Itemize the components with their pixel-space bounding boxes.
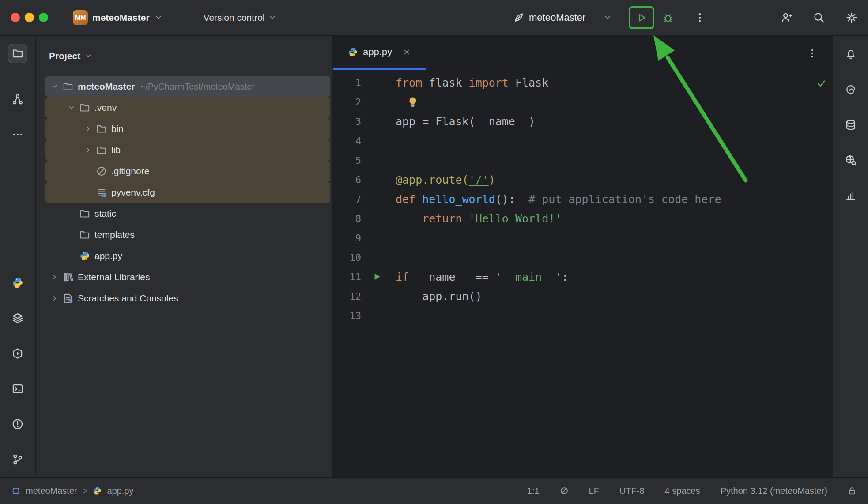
code-line-10[interactable]: 10 bbox=[333, 248, 833, 267]
line-number: 3 bbox=[333, 116, 361, 127]
python-icon bbox=[93, 486, 102, 495]
right-tool-strip bbox=[833, 36, 868, 477]
file-encoding[interactable]: UTF-8 bbox=[619, 486, 645, 496]
line-number: 11 bbox=[333, 271, 361, 282]
highlighting-level-icon[interactable] bbox=[560, 486, 569, 495]
more-actions-button[interactable] bbox=[694, 12, 706, 23]
tree-item-bin[interactable]: bin bbox=[45, 118, 330, 139]
database-tool-button[interactable] bbox=[841, 115, 860, 135]
tab-label: app.py bbox=[363, 46, 392, 58]
line-number: 8 bbox=[333, 213, 361, 224]
chevron-right-icon[interactable] bbox=[83, 123, 94, 135]
chevron-down-icon[interactable] bbox=[603, 13, 612, 22]
code-with-me-button[interactable] bbox=[781, 12, 792, 23]
tree-item-label: pyvenv.cfg bbox=[111, 187, 155, 198]
tree-item-external-libraries[interactable]: External Libraries bbox=[45, 267, 330, 288]
code-line-3[interactable]: 3app = Flask(__name__) bbox=[333, 112, 833, 131]
structure-tool-button[interactable] bbox=[8, 90, 27, 109]
tree-item-static[interactable]: static bbox=[45, 203, 330, 224]
version-control-label: Version control bbox=[204, 12, 265, 23]
run-hexagon-tool-button[interactable] bbox=[8, 344, 27, 363]
chevron-down-icon bbox=[84, 52, 93, 60]
version-control-menu-button[interactable]: Version control bbox=[204, 12, 277, 23]
code-line-6[interactable]: 6@app.route('/') bbox=[333, 170, 833, 189]
indent-style[interactable]: 4 spaces bbox=[665, 486, 700, 496]
line-number: 4 bbox=[333, 135, 361, 147]
run-config-name[interactable]: meteoMaster bbox=[529, 12, 585, 23]
code-line-5[interactable]: 5 bbox=[333, 150, 833, 170]
project-menu-button[interactable]: MM meteoMaster bbox=[73, 10, 163, 25]
python-icon bbox=[348, 47, 358, 57]
tree-item-label: .venv bbox=[94, 102, 117, 113]
python-icon bbox=[79, 251, 90, 261]
profiler-tool-button[interactable] bbox=[841, 186, 860, 205]
code-line-7[interactable]: 7def hello_world(): # put application's … bbox=[333, 189, 833, 209]
tree-item-app-py[interactable]: app.py bbox=[45, 245, 330, 267]
chevron-right-icon[interactable] bbox=[49, 293, 60, 304]
chevron-down-icon[interactable] bbox=[66, 102, 77, 113]
run-config-icon bbox=[513, 12, 525, 23]
code-editor[interactable]: 1from flask import Flask23app = Flask(__… bbox=[333, 70, 833, 477]
search-everywhere-button[interactable] bbox=[813, 12, 825, 23]
version-control-tool-button[interactable] bbox=[8, 450, 27, 469]
lock-icon[interactable] bbox=[848, 486, 857, 495]
close-window-button[interactable] bbox=[11, 13, 20, 22]
chevron-right-icon[interactable] bbox=[83, 144, 94, 156]
debug-button[interactable] bbox=[662, 12, 674, 23]
project-folder-tool-button[interactable] bbox=[8, 44, 27, 63]
tree-item-pyvenv-cfg[interactable]: pyvenv.cfg bbox=[45, 182, 330, 203]
line-separator[interactable]: LF bbox=[589, 486, 599, 496]
minimize-window-button[interactable] bbox=[25, 13, 34, 22]
more-tool-button[interactable] bbox=[8, 125, 27, 144]
ignored-icon bbox=[96, 166, 107, 177]
tree-item-label: static bbox=[94, 208, 116, 219]
zoom-window-button[interactable] bbox=[39, 13, 48, 22]
code-line-9[interactable]: 9 bbox=[333, 228, 833, 248]
code-line-1[interactable]: 1from flask import Flask bbox=[333, 73, 833, 92]
tree-item-scratches-and-consoles[interactable]: Scratches and Consoles bbox=[45, 288, 330, 309]
python-interpreter[interactable]: Python 3.12 (meteoMaster) bbox=[721, 486, 827, 496]
run-button[interactable] bbox=[629, 6, 654, 29]
editor-options-button[interactable] bbox=[807, 48, 818, 59]
settings-button[interactable] bbox=[846, 12, 857, 23]
module-icon bbox=[11, 486, 20, 495]
problems-tool-button[interactable] bbox=[8, 414, 27, 434]
python-tool-button[interactable] bbox=[8, 273, 27, 293]
chevron-right-icon[interactable] bbox=[49, 271, 60, 283]
tree-item-lib[interactable]: lib bbox=[45, 139, 330, 161]
notifications-tool-button[interactable] bbox=[841, 45, 860, 64]
config-clock-icon bbox=[96, 187, 107, 198]
tree-item--venv[interactable]: .venv bbox=[45, 97, 330, 118]
code-line-11[interactable]: 11if __name__ == '__main__': bbox=[333, 267, 833, 286]
code-line-4[interactable]: 4 bbox=[333, 131, 833, 150]
tree-item-templates[interactable]: templates bbox=[45, 224, 330, 245]
tree-item--gitignore[interactable]: .gitignore bbox=[45, 161, 330, 182]
ai-assistant-tool-button[interactable] bbox=[841, 80, 860, 99]
breadcrumb-project[interactable]: meteoMaster bbox=[26, 486, 77, 496]
line-number: 6 bbox=[333, 174, 361, 185]
services-tool-button[interactable] bbox=[8, 308, 27, 328]
line-number: 5 bbox=[333, 155, 361, 166]
caret-position[interactable]: 1:1 bbox=[527, 486, 540, 496]
tab-app-py[interactable]: app.py bbox=[333, 36, 426, 70]
line-number: 1 bbox=[333, 77, 361, 88]
line-number: 12 bbox=[333, 291, 361, 302]
code-line-12[interactable]: 12 app.run() bbox=[333, 286, 833, 306]
tree-item-label: .gitignore bbox=[111, 166, 149, 177]
code-line-2[interactable]: 2 bbox=[333, 92, 833, 112]
breadcrumb-file[interactable]: app.py bbox=[107, 486, 133, 496]
run-line-gutter-icon[interactable] bbox=[361, 272, 392, 282]
breadcrumb-separator: > bbox=[83, 486, 88, 496]
code-line-13[interactable]: 13 bbox=[333, 306, 833, 325]
tree-item-meteomaster[interactable]: meteoMaster~/PyCharmTest/meteoMaster bbox=[45, 76, 330, 97]
gutter-separator bbox=[392, 70, 392, 462]
tree-item-label: lib bbox=[111, 145, 121, 155]
chevron-down-icon[interactable] bbox=[49, 81, 60, 92]
terminal-tool-button[interactable] bbox=[8, 379, 27, 399]
close-tab-button[interactable] bbox=[403, 48, 411, 56]
project-panel-header[interactable]: Project bbox=[36, 36, 332, 76]
intention-bulb-icon[interactable] bbox=[407, 96, 419, 108]
run-widget: meteoMaster bbox=[513, 0, 706, 35]
code-line-8[interactable]: 8 return 'Hello World!' bbox=[333, 209, 833, 228]
web-search-tool-button[interactable] bbox=[841, 150, 860, 170]
